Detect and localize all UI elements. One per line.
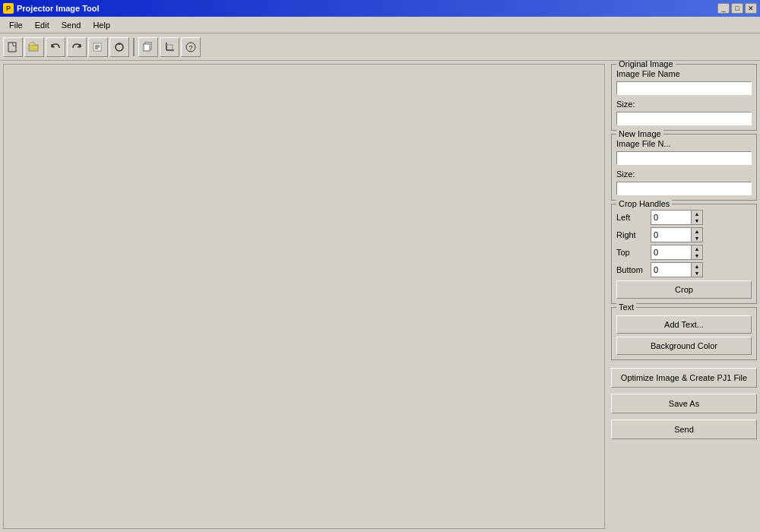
crop-handles-group: Crop Handles Left ▲ ▼ Right ▲ ▼ [611,204,757,304]
original-size-label: Size: [616,98,752,110]
menu-send[interactable]: Send [55,19,87,31]
toolbar-rotate-button[interactable] [109,37,129,57]
new-filename-value [616,151,752,165]
original-size-value [616,112,752,125]
crop-right-row: Right ▲ ▼ [616,227,752,242]
crop-top-spin-up[interactable]: ▲ [692,245,702,252]
original-image-legend: Original Image [616,61,676,68]
new-size-value [616,182,752,195]
toolbar-edit-button[interactable] [88,37,108,57]
crop-right-spin-down[interactable]: ▼ [692,235,702,242]
crop-bottom-input-wrap: ▲ ▼ [651,262,703,277]
crop-bottom-input[interactable] [651,263,691,277]
toolbar: ? [0,33,760,61]
svg-rect-1 [29,45,38,51]
original-filename-value [616,81,752,95]
title-text: Projector Image Tool [17,4,100,13]
crop-bottom-spin-btns: ▲ ▼ [691,263,702,277]
text-group: Text Add Text... Background Color [611,307,757,360]
crop-top-spin-down[interactable]: ▼ [692,252,702,259]
crop-top-input-wrap: ▲ ▼ [651,245,703,260]
crop-right-input-wrap: ▲ ▼ [651,227,703,242]
app-icon: P [3,3,14,14]
crop-bottom-label: Buttom [616,265,651,274]
svg-rect-0 [8,43,16,52]
title-bar-left: P Projector Image Tool [3,3,100,14]
send-button[interactable]: Send [611,420,757,439]
new-size-label: Size: [616,168,752,180]
toolbar-crop-button[interactable] [160,37,179,57]
close-button[interactable]: ✕ [745,3,757,14]
crop-right-label: Right [616,230,651,239]
crop-bottom-spin-up[interactable]: ▲ [692,263,702,270]
crop-top-spin-btns: ▲ ▼ [691,245,702,259]
crop-left-input-wrap: ▲ ▼ [651,210,703,225]
title-bar: P Projector Image Tool _ □ ✕ [0,0,760,17]
crop-top-label: Top [616,248,651,257]
original-image-group: Original Image Image File Name Size: [611,64,757,131]
menu-bar: File Edit Send Help [0,17,760,33]
save-as-button[interactable]: Save As [611,394,757,413]
title-bar-buttons: _ □ ✕ [717,3,757,14]
text-group-legend: Text [616,302,636,312]
background-color-button[interactable]: Background Color [616,337,752,355]
crop-button[interactable]: Crop [616,280,752,299]
crop-bottom-row: Buttom ▲ ▼ [616,262,752,277]
crop-right-input[interactable] [651,228,691,242]
menu-edit[interactable]: Edit [29,19,55,31]
toolbar-undo-button[interactable] [46,37,65,57]
crop-left-spin-btns: ▲ ▼ [691,211,702,224]
crop-top-input[interactable] [651,245,691,259]
crop-left-row: Left ▲ ▼ [616,210,752,225]
crop-handles-legend: Crop Handles [616,199,672,208]
crop-left-label: Left [616,213,651,222]
new-image-legend: New Image [616,129,663,138]
svg-text:?: ? [189,44,193,52]
menu-help[interactable]: Help [87,19,116,31]
crop-left-spin-up[interactable]: ▲ [692,211,702,217]
toolbar-separator-1 [133,38,135,56]
main-area: Original Image Image File Name Size: New… [0,61,760,532]
bottom-actions: Optimize Image & Create PJ1 File Save As… [611,366,757,441]
crop-top-row: Top ▲ ▼ [616,245,752,260]
crop-right-spin-btns: ▲ ▼ [691,228,702,242]
crop-left-spin-down[interactable]: ▼ [692,217,702,224]
menu-file[interactable]: File [3,19,29,31]
svg-rect-8 [144,44,150,51]
new-image-group: New Image Image File N... Size: [611,134,757,201]
crop-bottom-spin-down[interactable]: ▼ [692,270,702,277]
toolbar-redo-button[interactable] [67,37,87,57]
original-filename-label: Image File Name [616,68,752,80]
right-panel: Original Image Image File Name Size: New… [608,61,760,532]
toolbar-open-button[interactable] [24,37,44,57]
minimize-button[interactable]: _ [717,3,730,14]
optimize-button[interactable]: Optimize Image & Create PJ1 File [611,368,757,388]
toolbar-help-button[interactable]: ? [181,37,201,57]
add-text-button[interactable]: Add Text... [616,315,752,334]
maximize-button[interactable]: □ [731,3,743,14]
toolbar-new-button[interactable] [3,37,23,57]
new-filename-label: Image File N... [616,138,752,150]
crop-right-spin-up[interactable]: ▲ [692,228,702,235]
crop-left-input[interactable] [651,211,691,224]
toolbar-copy-button[interactable] [138,37,158,57]
canvas-area [3,64,605,529]
